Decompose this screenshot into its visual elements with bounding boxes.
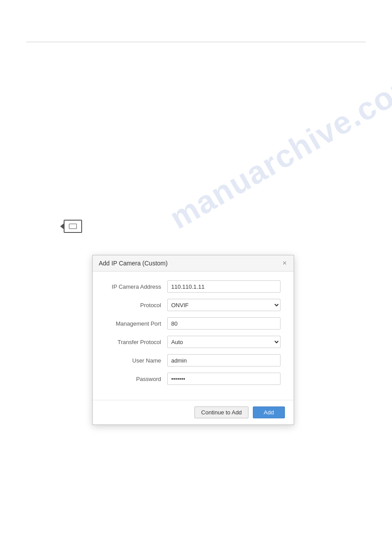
password-input[interactable]	[167, 373, 281, 385]
ip-camera-address-label: IP Camera Address	[106, 283, 167, 290]
dialog-footer: Continue to Add Add	[93, 400, 294, 424]
camera-icon	[64, 220, 82, 233]
user-name-label: User Name	[106, 357, 167, 364]
ip-camera-address-input[interactable]	[167, 280, 281, 293]
password-label: Password	[106, 376, 167, 382]
dialog-title: Add IP Camera (Custom)	[99, 260, 168, 267]
dialog-body: IP Camera Address Protocol ONVIF HIKVISI…	[93, 272, 294, 395]
password-row: Password	[106, 373, 281, 385]
add-button[interactable]: Add	[253, 406, 285, 418]
camera-icon-inner	[69, 224, 77, 229]
top-divider	[26, 42, 366, 42]
dialog-close-button[interactable]: ×	[282, 260, 288, 267]
management-port-row: Management Port	[106, 317, 281, 330]
protocol-label: Protocol	[106, 302, 167, 308]
user-name-row: User Name	[106, 354, 281, 366]
management-port-label: Management Port	[106, 320, 167, 327]
transfer-protocol-select[interactable]: Auto TCP UDP HTTP	[167, 336, 281, 348]
ip-camera-address-row: IP Camera Address	[106, 280, 281, 293]
management-port-input[interactable]	[167, 317, 281, 330]
protocol-select[interactable]: ONVIF HIKVISION DAHUA AXIS	[167, 299, 281, 311]
add-ip-camera-dialog: Add IP Camera (Custom) × IP Camera Addre…	[92, 255, 294, 425]
transfer-protocol-label: Transfer Protocol	[106, 339, 167, 345]
camera-icon-area	[64, 220, 82, 233]
protocol-row: Protocol ONVIF HIKVISION DAHUA AXIS	[106, 299, 281, 311]
user-name-input[interactable]	[167, 354, 281, 366]
watermark: manuarchive.com	[164, 64, 392, 236]
continue-to-add-button[interactable]: Continue to Add	[194, 406, 248, 418]
transfer-protocol-row: Transfer Protocol Auto TCP UDP HTTP	[106, 336, 281, 348]
dialog-header: Add IP Camera (Custom) ×	[93, 255, 294, 272]
